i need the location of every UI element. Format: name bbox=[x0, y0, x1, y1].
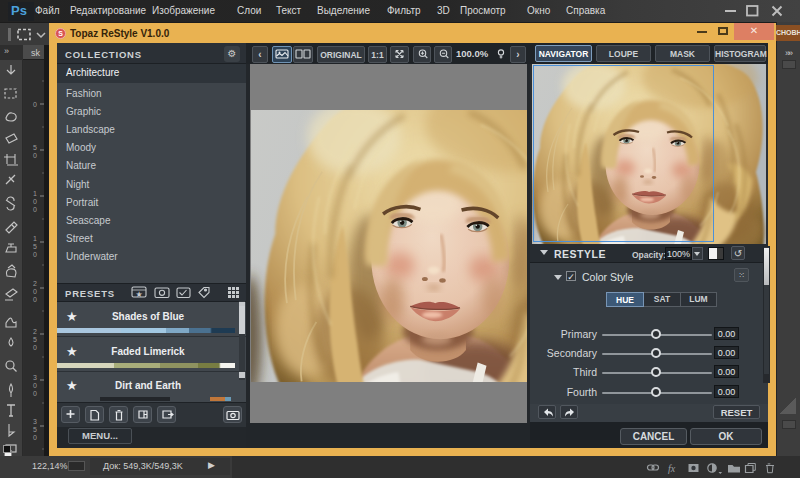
svg-text:0: 0 bbox=[33, 288, 37, 295]
svg-text:3: 3 bbox=[33, 374, 37, 381]
svg-text:0: 0 bbox=[33, 198, 37, 205]
svg-text:2: 2 bbox=[33, 328, 37, 335]
svg-text:0: 0 bbox=[33, 344, 37, 351]
svg-text:0: 0 bbox=[33, 152, 37, 159]
svg-text:3: 3 bbox=[33, 418, 37, 425]
svg-text:1: 1 bbox=[33, 235, 37, 242]
svg-text:0: 0 bbox=[33, 296, 37, 303]
svg-text:5: 5 bbox=[33, 426, 37, 433]
svg-text:5: 5 bbox=[33, 336, 37, 343]
svg-text:0: 0 bbox=[33, 434, 37, 441]
svg-text:0: 0 bbox=[33, 101, 37, 108]
svg-text:1: 1 bbox=[33, 190, 37, 197]
svg-text:0: 0 bbox=[33, 390, 37, 397]
svg-text:★: ★ bbox=[135, 290, 142, 299]
svg-text:0: 0 bbox=[33, 206, 37, 213]
svg-text:5: 5 bbox=[33, 144, 37, 151]
svg-text:2: 2 bbox=[33, 280, 37, 287]
svg-text:0: 0 bbox=[33, 382, 37, 389]
svg-text:5: 5 bbox=[33, 243, 37, 250]
svg-text:0: 0 bbox=[33, 251, 37, 258]
svg-text:fx: fx bbox=[668, 463, 676, 474]
